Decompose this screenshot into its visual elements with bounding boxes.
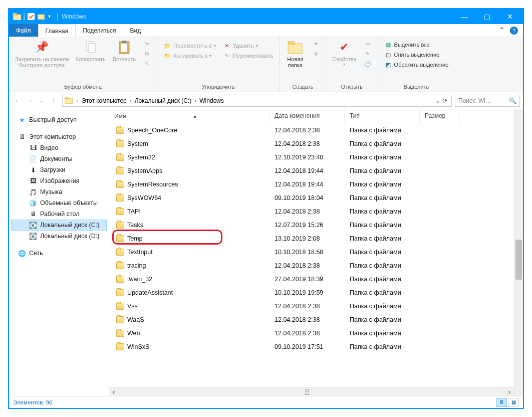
table-row[interactable]: Temp 13.10.2019 2:08 Папка с файлами bbox=[109, 232, 514, 245]
scroll-left-icon[interactable]: ‹ bbox=[109, 387, 118, 396]
table-row[interactable]: TextInput 10.10.2018 18:58 Папка с файла… bbox=[109, 245, 514, 259]
copy-to-button[interactable]: 📁Копировать в ▾ bbox=[161, 51, 217, 60]
col-size[interactable]: Размер bbox=[420, 109, 460, 123]
edit-button[interactable]: ✎ bbox=[362, 49, 374, 58]
chevron-right-icon[interactable]: › bbox=[75, 97, 81, 104]
table-row[interactable]: WaaS 12.04.2018 2:38 Папка с файлами bbox=[109, 313, 514, 326]
new-folder-button[interactable]: Новая папка bbox=[283, 38, 308, 69]
tree-quick-access[interactable]: ★Быстрый доступ bbox=[11, 114, 107, 125]
minimize-button[interactable]: — bbox=[453, 10, 476, 24]
chevron-right-icon[interactable]: › bbox=[192, 97, 198, 104]
tree-this-pc[interactable]: 🖥Этот компьютер bbox=[11, 131, 107, 142]
open-button[interactable]: ▭ bbox=[362, 39, 374, 48]
folder-icon bbox=[116, 208, 124, 215]
col-type[interactable]: Тип bbox=[345, 109, 420, 123]
tree-music[interactable]: 🎵Музыка bbox=[11, 186, 107, 197]
col-name[interactable]: Имя▲ bbox=[109, 109, 270, 123]
search-input[interactable]: Поиск: Wi… 🔍 bbox=[455, 95, 520, 107]
table-row[interactable]: System32 12.10.2019 23:40 Папка с файлам… bbox=[109, 150, 514, 164]
titlebar: | ▼ | Windows — ▢ ✕ bbox=[9, 9, 523, 24]
search-placeholder: Поиск: Wi… bbox=[458, 97, 491, 104]
crumb-drive[interactable]: Локальный диск (C:) bbox=[134, 97, 193, 104]
scroll-right-icon[interactable]: › bbox=[505, 387, 514, 396]
vertical-scrollbar[interactable] bbox=[514, 109, 523, 396]
properties-button[interactable]: ✔ Свойства ▾ bbox=[329, 38, 359, 68]
tree-network[interactable]: 🌐Сеть bbox=[11, 248, 107, 259]
move-to-button[interactable]: 📁Переместить в ▾ bbox=[161, 41, 217, 50]
tab-share[interactable]: Поделиться bbox=[76, 24, 123, 37]
file-name: SystemApps bbox=[127, 167, 162, 174]
table-row[interactable]: Tasks 12.07.2019 15:26 Папка с файлами bbox=[109, 218, 514, 232]
tab-file[interactable]: Файл bbox=[9, 24, 38, 37]
tree-pictures[interactable]: 🖼Изображения bbox=[11, 175, 107, 186]
maximize-button[interactable]: ▢ bbox=[476, 10, 498, 24]
scroll-thumb[interactable] bbox=[515, 240, 522, 280]
history-button[interactable]: 🕑 bbox=[362, 59, 374, 68]
select-invert-button[interactable]: ◩Обратить выделение bbox=[382, 60, 451, 69]
paste-button[interactable]: Вставить bbox=[110, 38, 139, 63]
table-row[interactable]: TAPI 12.04.2018 2:38 Папка с файлами bbox=[109, 204, 514, 218]
qat-dropdown-icon[interactable]: ▼ bbox=[47, 14, 52, 19]
file-name: tracing bbox=[127, 262, 146, 269]
table-row[interactable]: UpdateAssistant 10.10.2019 19:59 Папка с… bbox=[109, 286, 514, 299]
nav-back-button[interactable]: ← bbox=[12, 95, 23, 106]
table-row[interactable]: Speech_OneCore 12.04.2018 2:38 Папка с ф… bbox=[109, 123, 514, 137]
tree-documents[interactable]: 📄Документы bbox=[11, 153, 107, 164]
close-button[interactable]: ✕ bbox=[498, 10, 521, 24]
folder-small-icon[interactable] bbox=[37, 13, 45, 21]
copy-button[interactable]: Копировать bbox=[73, 38, 108, 63]
tree-drive-c[interactable]: 💽Локальный диск (C:) bbox=[11, 220, 107, 231]
table-row[interactable]: SysWOW64 09.10.2019 18:04 Папка с файлам… bbox=[109, 191, 514, 204]
tree-video[interactable]: 🎞Видео bbox=[11, 142, 107, 153]
table-row[interactable]: SystemApps 12.04.2018 19:44 Папка с файл… bbox=[109, 164, 514, 177]
select-none-button[interactable]: ▢Снять выделение bbox=[382, 50, 451, 59]
nav-recent-button[interactable]: ⌄ bbox=[36, 95, 47, 106]
table-row[interactable]: Web 12.04.2018 2:38 Папка с файлами bbox=[109, 326, 514, 340]
table-row[interactable]: twain_32 27.04.2019 18:39 Папка с файлам… bbox=[109, 272, 514, 286]
copy-path-button[interactable]: ⎘ bbox=[141, 49, 153, 58]
table-row[interactable]: System 12.04.2018 2:38 Папка с файлами bbox=[109, 137, 514, 150]
file-name: TextInput bbox=[127, 249, 153, 256]
view-thumbnails-button[interactable]: ▦ bbox=[508, 398, 519, 407]
tab-home[interactable]: Главная bbox=[38, 24, 76, 37]
rename-button[interactable]: ✎Переименовать bbox=[221, 51, 276, 60]
pin-quick-access-button[interactable]: 📌 Закрепить на панели быстрого доступа bbox=[12, 38, 72, 69]
collapse-ribbon-icon[interactable]: ⌃ bbox=[498, 26, 505, 35]
table-row[interactable]: tracing 12.04.2018 2:38 Папка с файлами bbox=[109, 259, 514, 272]
new-item-button[interactable]: ✦ bbox=[310, 39, 322, 48]
table-row[interactable]: Vss 12.04.2018 2:38 Папка с файлами bbox=[109, 299, 514, 313]
select-all-button[interactable]: ▦Выделить все bbox=[382, 40, 451, 49]
tree-3d-objects[interactable]: 🧊Объемные объекты bbox=[11, 197, 107, 209]
file-name: System bbox=[127, 140, 148, 147]
delete-button[interactable]: ✕Удалить ▾ bbox=[221, 41, 276, 50]
folder-icon bbox=[116, 140, 124, 147]
breadcrumb[interactable]: › Этот компьютер › Локальный диск (C:) ›… bbox=[62, 95, 452, 107]
group-clipboard-label: Буфер обмена bbox=[12, 83, 154, 91]
easy-access-button[interactable]: ↯ bbox=[310, 49, 322, 58]
refresh-icon[interactable]: ⟳ bbox=[442, 97, 447, 104]
crumb-pc[interactable]: Этот компьютер bbox=[81, 97, 128, 104]
table-row[interactable]: SystemResources 12.04.2018 19:44 Папка с… bbox=[109, 177, 514, 191]
horizontal-scrollbar[interactable]: ‹ ⠿ › bbox=[109, 387, 514, 396]
view-details-button[interactable]: ≣ bbox=[496, 398, 507, 407]
easy-access-icon: ↯ bbox=[312, 50, 320, 58]
group-open-label: Открыть bbox=[329, 83, 374, 91]
tab-view[interactable]: Вид bbox=[123, 24, 148, 37]
help-icon[interactable]: ? bbox=[510, 27, 518, 35]
tree-downloads[interactable]: ⬇Загрузки bbox=[11, 164, 107, 175]
table-row[interactable]: WinSxS 09.10.2019 17:51 Папка с файлами bbox=[109, 340, 514, 353]
history-dropdown-icon[interactable]: ⌄ bbox=[435, 97, 440, 104]
file-name: UpdateAssistant bbox=[127, 289, 173, 296]
cut-button[interactable]: ✂ bbox=[141, 39, 153, 48]
nav-up-button[interactable]: ↑ bbox=[48, 95, 59, 106]
folder-icon bbox=[116, 222, 124, 229]
tree-desktop[interactable]: 🖥Рабочий стол bbox=[11, 209, 107, 220]
checkbox-icon[interactable] bbox=[27, 13, 35, 21]
col-date[interactable]: Дата изменения bbox=[270, 109, 345, 123]
chevron-right-icon[interactable]: › bbox=[128, 97, 134, 104]
crumb-folder[interactable]: Windows bbox=[198, 97, 225, 104]
nav-tree[interactable]: ★Быстрый доступ 🖥Этот компьютер 🎞Видео 📄… bbox=[9, 109, 109, 396]
nav-forward-button[interactable]: → bbox=[24, 95, 35, 106]
paste-shortcut-button[interactable]: ⇱ bbox=[141, 59, 153, 68]
tree-drive-d[interactable]: 💽Локальный диск (D:) bbox=[11, 231, 107, 242]
